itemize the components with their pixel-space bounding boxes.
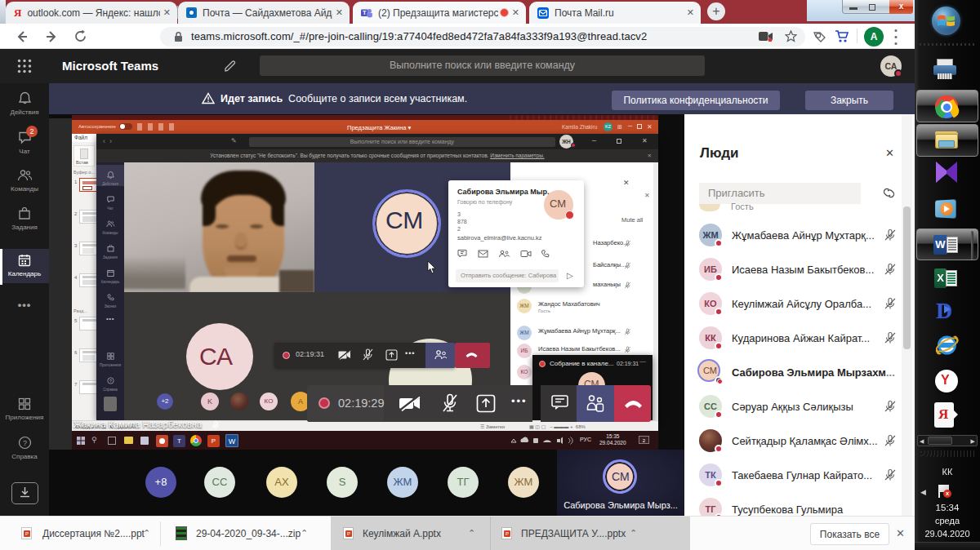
svg-text:T: T [363,9,367,16]
svg-text:?: ? [22,439,26,447]
svg-text:?: ? [109,379,112,384]
